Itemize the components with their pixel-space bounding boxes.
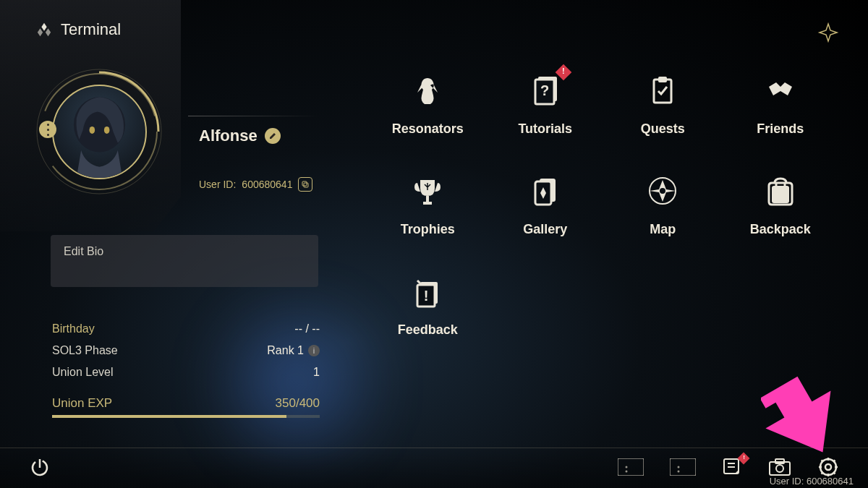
menu-map[interactable]: Map [604,173,722,237]
exp-progress-fill [52,415,286,418]
edit-bio-button[interactable]: Edit Bio [51,235,318,287]
svg-point-31 [626,470,628,472]
stat-union-exp: Union EXP 350/400 [52,396,320,411]
stat-union-level: Union Level 1 [52,361,320,383]
svg-marker-2 [46,28,51,36]
svg-point-22 [660,188,665,194]
svg-point-34 [678,470,680,472]
exp-progress-bar [52,415,320,418]
svg-rect-9 [304,183,308,187]
player-name-row: Alfonse [199,127,281,145]
menu-gallery[interactable]: Gallery [487,173,605,237]
stat-sol3-phase: SOL3 Phase Rank 1i [52,340,320,361]
user-id-label: User ID: [199,179,236,190]
menu-feedback[interactable]: ! Feedback [369,273,487,338]
bottom-bar [0,448,868,488]
trophies-icon [407,173,448,209]
svg-rect-15 [658,77,667,82]
divider [188,116,318,116]
menu-resonators[interactable]: Resonators [369,72,487,137]
svg-marker-1 [38,28,43,36]
main-menu-grid: Resonators ? Tutorials Quests Friends Tr… [369,72,839,338]
close-button[interactable] [817,22,839,46]
svg-point-33 [678,466,680,468]
backpack-icon [760,173,801,209]
svg-rect-23 [772,186,789,203]
player-name: Alfonse [199,127,258,145]
menu-friends[interactable]: Friends [722,72,840,137]
phase-info-button[interactable]: i [308,345,320,356]
user-id-row: User ID: 600680641 [199,177,312,192]
svg-rect-32 [670,458,696,476]
svg-point-7 [104,127,110,134]
svg-rect-29 [618,458,644,476]
bio-placeholder: Edit Bio [64,245,103,257]
svg-marker-0 [41,23,46,31]
menu-tutorials[interactable]: ? Tutorials [487,72,605,137]
terminal-icon [36,22,52,38]
tutorials-icon: ? [525,72,566,108]
svg-text:?: ? [540,82,549,98]
notice-button[interactable] [722,457,742,480]
svg-point-30 [626,466,628,468]
svg-rect-8 [302,181,307,186]
stats-panel: Birthday -- / -- SOL3 Phase Rank 1i Unio… [52,318,320,418]
menu-trophies[interactable]: Trophies [369,173,487,237]
gallery-icon [525,173,566,209]
avatar-container[interactable] [43,76,156,188]
quests-icon [642,72,683,108]
footer-user-id: User ID: 600680641 [770,476,854,487]
avatar-image[interactable] [52,85,147,179]
menu-backpack[interactable]: Backpack [722,173,840,237]
feedback-icon: ! [407,273,448,309]
svg-point-6 [90,127,95,134]
time-display-2[interactable] [670,458,696,479]
svg-text:!: ! [424,288,429,304]
friends-icon [760,72,801,108]
copy-uid-button[interactable] [298,177,312,192]
edit-name-button[interactable] [265,128,281,144]
svg-point-42 [825,464,831,470]
page-title: Terminal [61,20,121,39]
header: Terminal [36,20,121,39]
map-icon [642,173,683,209]
menu-quests[interactable]: Quests [604,72,722,137]
time-display-1[interactable] [618,458,644,479]
user-id-value: 600680641 [242,179,292,190]
avatar-options-button[interactable] [39,121,56,138]
resonators-icon [407,72,448,108]
svg-point-40 [776,465,783,472]
power-button[interactable] [29,456,51,481]
stat-birthday: Birthday -- / -- [52,318,320,340]
